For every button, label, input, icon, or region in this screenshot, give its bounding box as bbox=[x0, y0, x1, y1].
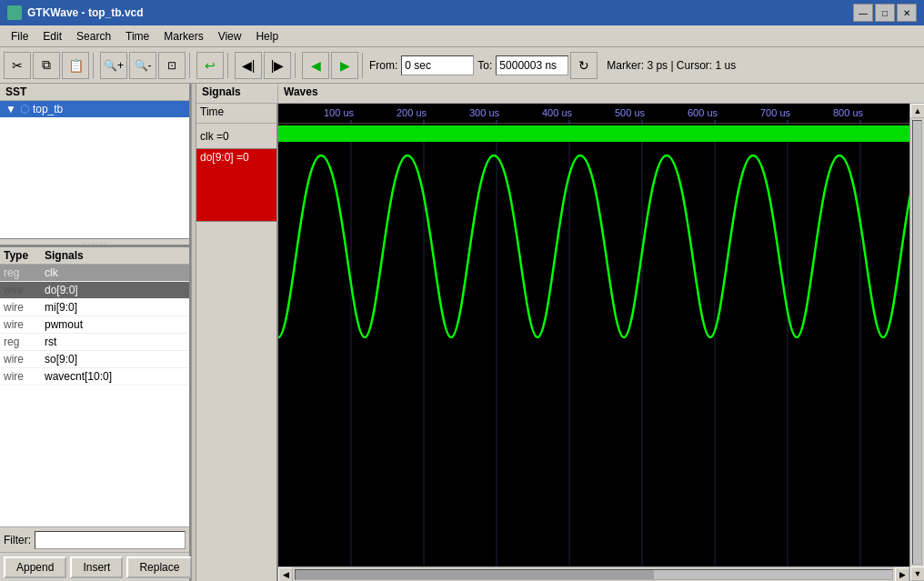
v-scrollbar-track[interactable] bbox=[912, 120, 922, 565]
tree-item-label: top_tb bbox=[33, 103, 63, 115]
menu-search[interactable]: Search bbox=[69, 28, 118, 45]
h-scrollbar-track[interactable] bbox=[295, 569, 893, 580]
sst-tree-item-top-tb[interactable]: ▼ ⬡ top_tb bbox=[0, 101, 189, 117]
signal-row-clk[interactable]: reg clk bbox=[0, 265, 189, 282]
svg-rect-27 bbox=[278, 125, 909, 142]
signal-type-wavecnt: wire bbox=[4, 370, 45, 383]
title-bar: GTKWave - top_tb.vcd — □ ✕ bbox=[0, 0, 924, 25]
signal-row-pwmout[interactable]: wire pwmout bbox=[0, 316, 189, 334]
sst-title: SST bbox=[5, 85, 26, 98]
vertical-drag-handle[interactable]: · · · · · · bbox=[0, 238, 189, 245]
zoom-fit-button[interactable]: ⊡ bbox=[158, 52, 186, 79]
copy-button[interactable]: ⧉ bbox=[33, 52, 60, 79]
svg-text:600 us: 600 us bbox=[688, 107, 718, 118]
undo-button[interactable]: ↩ bbox=[196, 52, 224, 79]
marker-info: Marker: 3 ps | Cursor: 1 us bbox=[607, 59, 736, 72]
next-edge-button[interactable]: ▶ bbox=[331, 52, 358, 79]
clk-signal-label: clk =0 bbox=[196, 124, 276, 149]
scroll-up-button[interactable]: ▲ bbox=[910, 104, 924, 118]
signals-header-label: Signals bbox=[202, 85, 241, 98]
zoom-in-button[interactable]: 🔍+ bbox=[100, 52, 127, 79]
zoom-out-button[interactable]: 🔍- bbox=[129, 52, 156, 79]
signal-name-wavecnt: wavecnt[10:0] bbox=[45, 370, 186, 383]
menu-bar: File Edit Search Time Markers View Help bbox=[0, 25, 924, 47]
signals-list[interactable]: reg clk wire do[9:0] wire mi[9:0] wire p… bbox=[0, 265, 189, 526]
app-icon bbox=[7, 5, 22, 20]
waves-header: Waves bbox=[278, 84, 924, 103]
signal-row-rst[interactable]: reg rst bbox=[0, 334, 189, 351]
svg-text:400 us: 400 us bbox=[542, 107, 573, 118]
signal-labels-column: Time clk =0 do[9:0] =0 bbox=[196, 104, 278, 581]
signals-table-header: Type Signals bbox=[0, 247, 189, 265]
marker-value: 3 ps bbox=[647, 59, 668, 72]
close-button[interactable]: ✕ bbox=[897, 4, 917, 22]
append-button[interactable]: Append bbox=[4, 556, 66, 578]
svg-text:700 us: 700 us bbox=[760, 107, 791, 118]
signal-type-rst: reg bbox=[4, 336, 45, 348]
to-input[interactable] bbox=[496, 55, 568, 75]
signal-row-mi[interactable]: wire mi[9:0] bbox=[0, 299, 189, 316]
h-scrollbar-thumb[interactable] bbox=[296, 570, 654, 579]
filter-label: Filter: bbox=[4, 534, 31, 546]
menu-file[interactable]: File bbox=[4, 28, 35, 45]
signals-waves-body: Time clk =0 do[9:0] =0 100 u bbox=[196, 104, 924, 581]
h-scrollbar[interactable]: ◀ ▶ bbox=[278, 566, 909, 581]
menu-help[interactable]: Help bbox=[248, 28, 286, 45]
menu-view[interactable]: View bbox=[211, 28, 249, 45]
paste-button[interactable]: 📋 bbox=[62, 52, 89, 79]
prev-marker-button[interactable]: ◀| bbox=[235, 52, 262, 79]
left-panel: SST ▼ ⬡ top_tb · · · · · · Type Signals … bbox=[0, 84, 191, 581]
next-marker-button[interactable]: |▶ bbox=[264, 52, 291, 79]
signal-row-do[interactable]: wire do[9:0] bbox=[0, 282, 189, 299]
signal-type-clk: reg bbox=[4, 266, 45, 279]
time-ruler: 100 us 200 us 300 us 400 us 500 us 600 u… bbox=[278, 104, 909, 124]
signal-row-so[interactable]: wire so[9:0] bbox=[0, 351, 189, 368]
replace-button[interactable]: Replace bbox=[126, 556, 192, 578]
v-scrollbar[interactable]: ▲ ▼ bbox=[909, 104, 924, 581]
signals-section: Type Signals reg clk wire do[9:0] wire m… bbox=[0, 247, 189, 526]
scroll-right-button[interactable]: ▶ bbox=[895, 567, 909, 582]
from-input[interactable] bbox=[401, 55, 474, 75]
sst-tree[interactable]: ▼ ⬡ top_tb bbox=[0, 101, 189, 238]
from-to-area: From: To: bbox=[369, 55, 568, 75]
menu-time[interactable]: Time bbox=[118, 28, 156, 45]
insert-button[interactable]: Insert bbox=[70, 556, 123, 578]
refresh-button[interactable]: ↻ bbox=[570, 52, 598, 79]
type-col-header: Type bbox=[4, 249, 45, 262]
scroll-down-button[interactable]: ▼ bbox=[910, 566, 924, 581]
signal-type-do: wire bbox=[4, 284, 45, 296]
do-label-text: do[9:0] =0 bbox=[200, 151, 249, 164]
waves-section: Signals Waves Time clk =0 do[9:0] =0 bbox=[196, 84, 924, 581]
scroll-left-button[interactable]: ◀ bbox=[278, 567, 293, 582]
toolbar: ✂ ⧉ 📋 🔍+ 🔍- ⊡ ↩ ◀| |▶ ◀ ▶ From: To: ↻ Ma… bbox=[0, 47, 924, 84]
svg-text:300 us: 300 us bbox=[469, 107, 500, 118]
signal-name-clk: clk bbox=[45, 266, 186, 279]
signal-name-so: so[9:0] bbox=[45, 353, 186, 366]
signal-type-pwmout: wire bbox=[4, 318, 45, 331]
window-title: GTKWave - top_tb.vcd bbox=[27, 6, 144, 19]
maximize-button[interactable]: □ bbox=[875, 4, 895, 22]
menu-edit[interactable]: Edit bbox=[35, 28, 69, 45]
wave-svg bbox=[278, 124, 909, 566]
from-label: From: bbox=[369, 59, 397, 72]
menu-markers[interactable]: Markers bbox=[156, 28, 210, 45]
minimize-button[interactable]: — bbox=[853, 4, 873, 22]
sst-header: SST bbox=[0, 84, 189, 101]
svg-text:100 us: 100 us bbox=[324, 107, 355, 118]
cut-button[interactable]: ✂ bbox=[4, 52, 31, 79]
prev-edge-button[interactable]: ◀ bbox=[302, 52, 329, 79]
time-label: Time bbox=[200, 105, 224, 118]
signal-row-wavecnt[interactable]: wire wavecnt[10:0] bbox=[0, 368, 189, 386]
time-ruler-svg: 100 us 200 us 300 us 400 us 500 us 600 u… bbox=[278, 104, 909, 124]
signals-header: Signals bbox=[196, 84, 278, 103]
svg-text:200 us: 200 us bbox=[397, 107, 427, 118]
filter-input[interactable] bbox=[35, 531, 186, 549]
signal-name-mi: mi[9:0] bbox=[45, 301, 186, 314]
button-bar: Append Insert Replace bbox=[0, 552, 189, 581]
cursor-label: Cursor: bbox=[677, 59, 712, 72]
signal-name-pwmout: pwmout bbox=[45, 318, 186, 331]
marker-label: Marker: bbox=[607, 59, 644, 72]
sst-section: SST ▼ ⬡ top_tb · · · · · · bbox=[0, 84, 189, 247]
hierarchy-icon: ⬡ bbox=[20, 103, 29, 115]
filter-bar: Filter: bbox=[0, 526, 189, 552]
